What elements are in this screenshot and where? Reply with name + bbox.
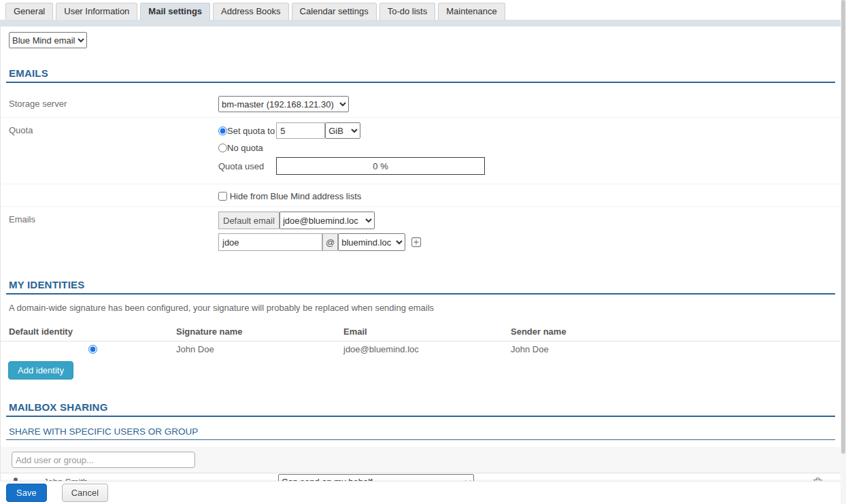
identity-signature-name: John Doe (176, 344, 343, 354)
header-signature-name: Signature name (176, 326, 343, 337)
tab-mail-settings[interactable]: Mail settings (140, 3, 210, 20)
emails-title: EMAILS (9, 67, 48, 79)
sharing-subtitle: SHARE WITH SPECIFIC USERS OR GROUP (9, 426, 198, 437)
set-quota-radio[interactable] (218, 127, 227, 135)
mail-settings-panel: Blue Mind email EMAILS Storage server bm… (0, 27, 841, 504)
mailbox-type-select[interactable]: Blue Mind email (9, 32, 87, 48)
plus-icon (411, 239, 422, 250)
storage-server-select[interactable]: bm-master (192.168.121.30) (218, 96, 349, 112)
no-quota-label: No quota (227, 143, 263, 153)
scrollbar-thumb[interactable] (841, 0, 845, 454)
action-footer: Save Cancel (0, 481, 846, 504)
identities-section-heading: MY IDENTITIES (9, 260, 835, 295)
identities-title: MY IDENTITIES (9, 279, 85, 290)
header-default-identity: Default identity (9, 326, 176, 337)
tab-calendar-settings[interactable]: Calendar settings (292, 3, 377, 20)
sharing-subheading-rule (6, 439, 835, 440)
tab-bar: General User Information Mail settings A… (0, 0, 846, 20)
storage-server-label: Storage server (9, 96, 218, 109)
storage-server-row: Storage server bm-master (192.168.121.30… (1, 91, 841, 117)
vertical-scrollbar[interactable] (841, 0, 846, 504)
add-email-button[interactable] (411, 237, 422, 248)
quota-used-progressbar: 0 % (276, 157, 485, 175)
emails-section-heading: EMAILS (9, 48, 835, 83)
tab-address-books[interactable]: Address Books (213, 3, 288, 20)
no-quota-radio[interactable] (218, 144, 227, 152)
new-email-local-input[interactable] (218, 233, 322, 251)
identity-row: John Doe jdoe@bluemind.loc John Doe Upda… (1, 341, 841, 357)
quota-label: Quota (9, 122, 218, 135)
add-identity-button[interactable]: Add identity (8, 361, 73, 380)
quota-used-label: Quota used (218, 161, 276, 171)
identity-sender-name: John Doe (511, 344, 678, 354)
tab-todo-lists[interactable]: To-do lists (379, 3, 436, 20)
header-email: Email (343, 326, 511, 337)
identities-heading-rule (6, 293, 835, 295)
identity-email: jdoe@bluemind.loc (343, 344, 511, 354)
quota-unit-select[interactable]: GiB (325, 122, 360, 139)
sharing-section-heading: MAILBOX SHARING (9, 380, 835, 417)
save-button[interactable]: Save (6, 484, 47, 502)
cancel-button[interactable]: Cancel (62, 484, 108, 502)
tab-user-information[interactable]: User Information (56, 3, 137, 20)
hide-from-address-lists-label: Hide from Blue Mind address lists (230, 191, 362, 201)
hide-from-address-lists-checkbox[interactable] (218, 192, 227, 201)
emails-label: Emails (9, 212, 218, 224)
emails-heading-rule (6, 82, 835, 83)
tab-maintenance[interactable]: Maintenance (438, 3, 505, 20)
hide-address-list-row: Hide from Blue Mind address lists (1, 184, 841, 206)
new-email-domain-select[interactable]: bluemind.loc (338, 233, 405, 251)
tab-general[interactable]: General (5, 3, 53, 20)
default-identity-radio[interactable] (88, 345, 97, 354)
identities-header-row: Default identity Signature name Email Se… (1, 324, 841, 341)
at-symbol-addon: @ (322, 233, 338, 251)
sharing-subheading: SHARE WITH SPECIFIC USERS OR GROUP (9, 426, 835, 440)
default-email-addon: Default email (218, 212, 280, 229)
active-tab-strip (0, 20, 841, 27)
default-email-select[interactable]: jdoe@bluemind.loc (280, 212, 375, 229)
set-quota-label: Set quota to (227, 126, 275, 136)
sharing-heading-rule (6, 416, 835, 417)
header-sender-name: Sender name (511, 326, 678, 337)
sharing-title: MAILBOX SHARING (9, 401, 108, 413)
share-add-panel (1, 447, 841, 473)
emails-form: Storage server bm-master (192.168.121.30… (1, 91, 841, 260)
emails-row: Emails Default email jdoe@bluemind.loc @… (1, 206, 841, 260)
signature-notice: A domain-wide signature has been configu… (9, 303, 835, 313)
quota-value-input[interactable] (276, 122, 325, 139)
add-user-or-group-input[interactable] (12, 452, 195, 468)
identities-table: Default identity Signature name Email Se… (1, 324, 841, 357)
quota-row: Quota Set quota to GiB No quota Quota us… (1, 117, 841, 184)
quota-used-value: 0 % (373, 161, 388, 171)
